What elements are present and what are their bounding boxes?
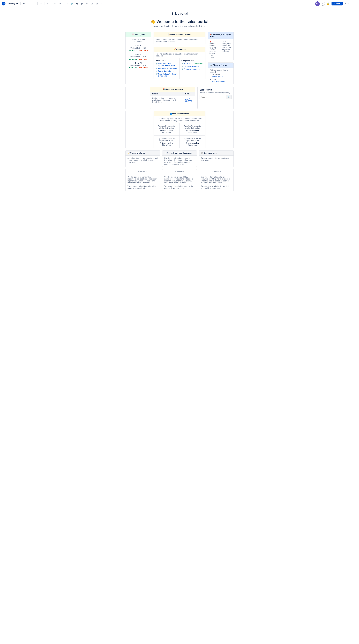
link-icon: 🔗 [156,70,158,72]
launches-table: Launch Date List information about upcom… [150,92,195,109]
team-grid: Type /profile picture to display their a… [154,123,205,148]
align-button[interactable]: ≡ [39,2,43,6]
layout-button[interactable]: ⊡ [95,2,99,6]
lock-icon-button[interactable]: 🔒 [326,2,330,6]
numbered-list-button[interactable]: ≡# [58,2,62,6]
user-avatar[interactable]: CK [315,2,320,6]
news-title: News & announcements [170,33,191,36]
launch-empty [150,104,183,109]
goal-1-name: Goal #1 [128,44,149,47]
leader-left: 📍 Add leader's headshot by typing /profi… [209,41,220,58]
bottom-cards-row: 📝 Customer stories Add a label to your c… [125,150,234,167]
news-header: 📋 News & announcements [154,32,205,37]
section-2-title: <Section 2> [162,169,197,174]
logo[interactable] [2,2,6,6]
resource-link[interactable]: 🔗 Case studies / Customer testimonials [156,73,177,77]
find-us-header: 🔍 Where to find us [208,63,233,68]
add-collaborator-button[interactable]: + [321,2,325,6]
bullet-list-button[interactable]: ☰ [53,2,57,6]
launch-col-header: Launch [150,92,183,96]
empty-left-panel [125,86,148,109]
resource-link[interactable]: 🔗 Sales deck – Last updated Feb 11, 2020 [156,63,177,66]
resources-col-2: Competitor intel 🔗 Battle cards UP-TO-DA… [180,58,205,79]
link-button[interactable]: 🔗 [69,2,74,6]
sections-row: <Section 1> Use this section to highligh… [125,169,234,191]
sales-goals-card: 📈 Sales goals Add a link to your dashboa… [125,32,151,84]
resource-link[interactable]: 🔗 Positioning & messaging [156,68,177,69]
svg-point-0 [2,2,6,6]
launches-card: 🎉 Upcoming launches Launch Date List inf… [150,86,195,109]
sales-goals-body: Add a link to your dashboard. Goal #1 Up… [126,37,151,72]
member-name: @ team member [156,130,177,132]
team-member: Type /profile picture to display their a… [180,123,205,136]
close-button[interactable]: Close [344,2,352,6]
slack-channel[interactable]: #slackchannelname [212,80,227,82]
goal-item: Goal #3 Updated Feb 4, 2020 ON TRACK / O… [128,62,149,69]
sales-blog-header: 📰 Our sales blog [199,150,233,156]
launches-header: 🎉 Upcoming launches [150,87,195,92]
sales-goals-emoji: 📈 [132,33,134,36]
recently-updated-emoji: 📄 [164,152,167,154]
launches-emoji: 🎉 [163,88,165,90]
resource-link[interactable]: 🔗 Feature comparisons [181,68,203,70]
emoji-button[interactable]: ☺ [85,2,89,6]
leader-right: Speak directly to the entire sales team … [222,41,232,58]
launch-description: List information about upcoming product … [150,96,183,104]
hero-subtitle: A one-stop-shop for all your sales infor… [125,25,234,27]
find-us-emoji: 🔍 [210,64,212,66]
team-header: 👥 Meet the sales team [154,111,205,116]
link-icon: 🔗 [156,68,158,69]
member-name: @ team member [181,130,203,132]
link-icon: 🔗 [181,66,183,68]
text-color-button[interactable]: A [46,2,50,6]
sales-blog-title: Our sales blog [204,152,216,154]
salesforce-channel[interactable]: #chattergroups [212,76,223,78]
italic-button[interactable]: I [27,2,31,6]
resource-link[interactable]: 🔗 Pricing & calculators [156,70,177,72]
resource-link[interactable]: 🔗 Battle cards UP-TO-DATE [181,63,203,64]
publish-button[interactable]: Publish [331,2,342,6]
launches-title: Upcoming launches [165,88,183,90]
search-input[interactable] [200,95,226,99]
sales-blog-body: Type /blog post to display your team's b… [199,156,233,163]
goal-2-name: Goal #2 [128,53,149,55]
goal-2-status: ON TRACK / OFF TRACK [128,58,149,60]
team-title: Meet the sales team [172,113,189,115]
bold-button[interactable]: B [22,2,26,6]
more-text-button[interactable]: ··· [32,2,36,6]
insert-more-button[interactable]: +· [100,2,104,6]
recently-updated-body: Use the recently updated macro by typing… [162,156,197,167]
mention-button[interactable]: @ [80,2,84,6]
resource-link[interactable]: 🔗 Competitive analysis [181,66,203,68]
find-us-card: 🔍 Where to find us Add your communicatio… [208,62,234,84]
empty-right-panel [208,111,234,148]
section-1-card: <Section 1> Use this section to highligh… [125,169,160,191]
table-button[interactable]: ⊞ [90,2,94,6]
member-name: @ team member [156,142,177,144]
section-2-card: <Section 2> Use this section to highligh… [162,169,197,191]
member-title: Title & focus [156,132,177,134]
section-3-card: <Section 3> Use this section to highligh… [199,169,234,191]
team-summary: Add a summary for each sales team member… [154,116,205,123]
link-icon: 🔗 [156,73,158,75]
page-title: Sales portal [125,12,234,16]
heading-dropdown[interactable]: Heading 2 ▾ [7,2,19,5]
news-card: 📋 News & announcements Share the latest … [154,32,205,44]
more-options-button[interactable]: ··· [353,2,357,6]
sales-goals-title: Sales goals [135,33,145,36]
customer-stories-title: Customer stories [130,152,145,154]
date-col-header: Date [183,92,195,96]
goal-1-status: ON TRACK / OFF TRACK [128,50,149,51]
link-icon: 🔗 [156,63,158,64]
customer-stories-body: Add a label to your customer stories and… [126,156,160,165]
task-button[interactable]: ☑ [64,2,69,6]
team-member: Type /profile picture to display their a… [180,136,205,148]
news-body: Share the latest news and announcements … [154,37,205,44]
goal-item: Goal #1 Updated Feb 4, 2020 ON TRACK / O… [128,44,149,51]
toolbar: Heading 2 ▾ B I ··· ≡ A ☰ ≡# ☑ 🔗 🖼 @ ☺ ⊞… [0,0,359,7]
image-button[interactable]: 🖼 [75,2,79,6]
goal-1-date: Updated Feb 4, 2020 [128,47,149,49]
pin-icon: 📍 [209,41,212,43]
search-button[interactable]: 🔍 [226,95,231,99]
member-title: Title & focus [181,132,203,134]
